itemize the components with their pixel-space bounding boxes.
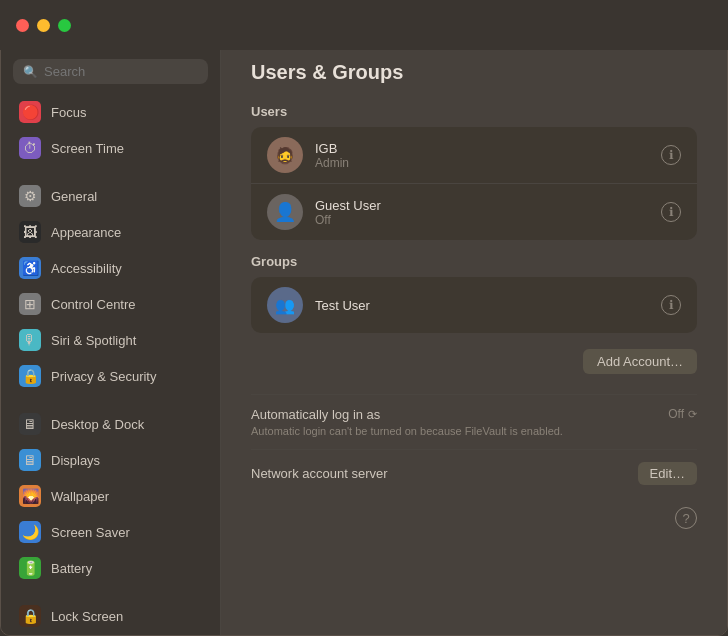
auto-login-row: Automatically log in as Automatic login … xyxy=(251,394,697,449)
auto-login-value: Off ⟳ xyxy=(668,407,697,421)
sidebar-item-lock-screen[interactable]: 🔒 Lock Screen xyxy=(7,599,214,633)
network-account-row: Network account server Edit… xyxy=(251,449,697,497)
sidebar-item-label: Displays xyxy=(51,453,100,468)
help-row: ? xyxy=(251,497,697,539)
control-centre-icon: ⊞ xyxy=(19,293,41,315)
search-input[interactable] xyxy=(44,64,198,79)
sidebar-item-wallpaper[interactable]: 🌄 Wallpaper xyxy=(7,479,214,513)
avatar: 🧔 xyxy=(267,137,303,173)
groups-section-label: Groups xyxy=(251,254,697,269)
sidebar-item-privacy-security[interactable]: 🔒 Privacy & Security xyxy=(7,359,214,393)
sidebar-item-label: Accessibility xyxy=(51,261,122,276)
desktop-dock-icon: 🖥 xyxy=(19,413,41,435)
sidebar-item-appearance[interactable]: 🖼 Appearance xyxy=(7,215,214,249)
sidebar-item-focus[interactable]: 🔴 Focus xyxy=(7,95,214,129)
sidebar-item-label: Control Centre xyxy=(51,297,136,312)
user-info: Test User xyxy=(315,298,649,313)
sidebar-item-label: Desktop & Dock xyxy=(51,417,144,432)
lock-screen-icon: 🔒 xyxy=(19,605,41,627)
search-icon: 🔍 xyxy=(23,65,38,79)
avatar: 👥 xyxy=(267,287,303,323)
battery-icon: 🔋 xyxy=(19,557,41,579)
screen-saver-icon: 🌙 xyxy=(19,521,41,543)
focus-icon: 🔴 xyxy=(19,101,41,123)
settings-section: Automatically log in as Automatic login … xyxy=(251,394,697,497)
search-bar[interactable]: 🔍 xyxy=(13,59,208,84)
user-name: IGB xyxy=(315,141,649,156)
minimize-button[interactable] xyxy=(37,19,50,32)
maximize-button[interactable] xyxy=(58,19,71,32)
network-server-label: Network account server xyxy=(251,466,638,481)
sidebar-item-siri-spotlight[interactable]: 🎙 Siri & Spotlight xyxy=(7,323,214,357)
groups-list: 👥 Test User ℹ xyxy=(251,277,697,333)
sidebar-item-displays[interactable]: 🖥 Displays xyxy=(7,443,214,477)
main-content: Users & Groups Users 🧔 IGB Admin ℹ 👤 Gue… xyxy=(221,1,727,636)
help-button[interactable]: ? xyxy=(675,507,697,529)
page-title: Users & Groups xyxy=(251,61,697,84)
table-row[interactable]: 🧔 IGB Admin ℹ xyxy=(251,127,697,184)
sidebar-item-desktop-dock[interactable]: 🖥 Desktop & Dock xyxy=(7,407,214,441)
sidebar-item-label: General xyxy=(51,189,97,204)
displays-icon: 🖥 xyxy=(19,449,41,471)
sidebar-item-control-centre[interactable]: ⊞ Control Centre xyxy=(7,287,214,321)
user-name: Guest User xyxy=(315,198,649,213)
users-list: 🧔 IGB Admin ℹ 👤 Guest User Off ℹ xyxy=(251,127,697,240)
sidebar: 🔍 🔴 Focus ⏱ Screen Time ⚙ General 🖼 Appe… xyxy=(1,1,221,636)
close-button[interactable] xyxy=(16,19,29,32)
add-account-row: Add Account… xyxy=(251,349,697,374)
table-row[interactable]: 👤 Guest User Off ℹ xyxy=(251,184,697,240)
info-icon[interactable]: ℹ xyxy=(661,145,681,165)
users-section-label: Users xyxy=(251,104,697,119)
sidebar-item-label: Screen Time xyxy=(51,141,124,156)
user-role: Off xyxy=(315,213,649,227)
siri-icon: 🎙 xyxy=(19,329,41,351)
table-row[interactable]: 👥 Test User ℹ xyxy=(251,277,697,333)
sidebar-item-accessibility[interactable]: ♿ Accessibility xyxy=(7,251,214,285)
sidebar-item-label: Focus xyxy=(51,105,86,120)
general-icon: ⚙ xyxy=(19,185,41,207)
sidebar-item-label: Privacy & Security xyxy=(51,369,156,384)
avatar: 👤 xyxy=(267,194,303,230)
add-account-button[interactable]: Add Account… xyxy=(583,349,697,374)
auto-login-sub: Automatic login can't be turned on becau… xyxy=(251,425,697,437)
auto-login-title: Automatically log in as xyxy=(251,407,697,422)
info-icon[interactable]: ℹ xyxy=(661,202,681,222)
sidebar-item-general[interactable]: ⚙ General xyxy=(7,179,214,213)
wallpaper-icon: 🌄 xyxy=(19,485,41,507)
privacy-icon: 🔒 xyxy=(19,365,41,387)
user-info: Guest User Off xyxy=(315,198,649,227)
title-bar xyxy=(0,0,728,50)
sidebar-item-screen-saver[interactable]: 🌙 Screen Saver xyxy=(7,515,214,549)
sidebar-item-label: Appearance xyxy=(51,225,121,240)
sidebar-item-label: Lock Screen xyxy=(51,609,123,624)
screen-time-icon: ⏱ xyxy=(19,137,41,159)
group-name: Test User xyxy=(315,298,649,313)
sidebar-item-label: Screen Saver xyxy=(51,525,130,540)
sidebar-item-battery[interactable]: 🔋 Battery xyxy=(7,551,214,585)
accessibility-icon: ♿ xyxy=(19,257,41,279)
user-role: Admin xyxy=(315,156,649,170)
sidebar-item-label: Wallpaper xyxy=(51,489,109,504)
edit-button[interactable]: Edit… xyxy=(638,462,697,485)
sidebar-item-label: Siri & Spotlight xyxy=(51,333,136,348)
sidebar-item-screen-time[interactable]: ⏱ Screen Time xyxy=(7,131,214,165)
appearance-icon: 🖼 xyxy=(19,221,41,243)
traffic-lights xyxy=(16,19,71,32)
user-info: IGB Admin xyxy=(315,141,649,170)
sidebar-item-label: Battery xyxy=(51,561,92,576)
info-icon[interactable]: ℹ xyxy=(661,295,681,315)
